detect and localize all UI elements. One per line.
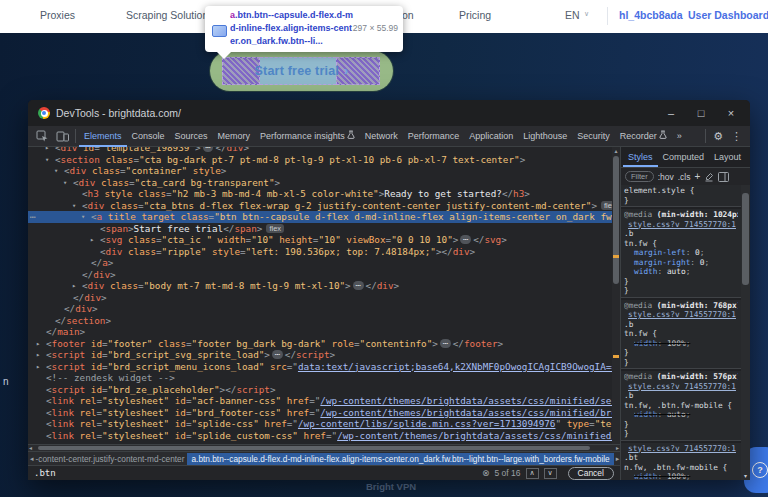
dom-tree-row[interactable]: <!-- zendesk widget --> (28, 372, 612, 384)
stylesheet-source-link-text[interactable]: style.css?v_714557770:1 (624, 382, 738, 392)
tab-performance[interactable]: Performance (403, 126, 465, 147)
breadcrumb-prev-icon[interactable]: ◂ (28, 455, 36, 463)
kebab-menu-icon[interactable]: ⋮ (727, 130, 746, 143)
tab-elements[interactable]: Elements (79, 126, 127, 147)
scrollbar-thumb[interactable] (613, 156, 619, 284)
css-property-line[interactable]: margin-right: 0; (624, 258, 738, 268)
toggle-pseudo-state-button[interactable]: :hov (658, 172, 674, 182)
clear-search-icon[interactable]: ⊗ (482, 468, 490, 478)
dom-tree-row[interactable]: <script id="brd_ze_placeholder"></script… (28, 384, 612, 396)
row-overflow-ellipsis-icon[interactable]: ⋯ (30, 212, 35, 224)
stylesheet-source-link[interactable]: style.css?v_714557770:1 (624, 220, 738, 230)
scroll-up-arrow-icon[interactable]: ▴ (612, 147, 620, 154)
dom-tree-row[interactable]: <link rel="stylesheet" id="acf-banner-cs… (28, 395, 612, 407)
cancel-search-button[interactable]: Cancel (568, 467, 614, 480)
collapsed-content-ellipsis[interactable]: ⋯ (203, 147, 214, 152)
dom-tree-row[interactable]: ▾<div class="container" style> (28, 165, 612, 177)
collapsed-content-ellipsis[interactable]: ⋯ (460, 235, 471, 244)
stylesheet-source-link[interactable]: style.css?v_714557770:1 (624, 310, 738, 320)
dom-tree-row[interactable]: ▾<a title target class="btn btn--capsule… (28, 211, 612, 223)
dom-tree-row[interactable]: <h3 style class="h2 mb-3 mb-md-4 mb-xl-5… (28, 188, 612, 200)
settings-gear-icon[interactable]: ⚙ (709, 130, 727, 143)
dom-tree-row[interactable]: </a> (28, 257, 612, 269)
dom-tree-row[interactable]: ▸<footer id="footer" class="footer bg_da… (28, 338, 612, 350)
css-property-line[interactable]: margin-left: 0; (624, 248, 738, 258)
start-free-trial-button[interactable]: Start free trial › (210, 51, 393, 91)
nav-item-pricing[interactable]: Pricing (459, 9, 491, 21)
brush-icon[interactable] (704, 172, 714, 182)
css-property-line[interactable]: width: auto; (624, 267, 738, 277)
elements-vertical-scrollbar[interactable]: ▴ (612, 147, 620, 444)
sidebar-tab-styles[interactable]: Styles (623, 148, 658, 167)
scroll-left-arrow-icon[interactable]: ◂ (29, 444, 32, 451)
scrollbar-thumb[interactable] (742, 193, 749, 285)
tab-security[interactable]: Security (572, 126, 615, 147)
collapsed-content-ellipsis[interactable]: ⋯ (353, 281, 364, 290)
inspect-element-icon[interactable] (32, 126, 52, 147)
devtools-titlebar[interactable]: DevTools - brightdata.com/ –□× (28, 100, 750, 126)
css-rule-block[interactable]: @media (min-width: 768px) {style.css?v_7… (621, 300, 741, 370)
next-match-button[interactable]: ∨ (544, 468, 557, 479)
tab-lighthouse[interactable]: Lighthouse (518, 126, 572, 147)
stylesheet-source-link-text[interactable]: style.css?v_714557770:1 (624, 444, 738, 454)
tab-memory[interactable]: Memory (213, 126, 256, 147)
css-property-line[interactable]: width: 100%; (624, 339, 738, 349)
dom-tree-row[interactable]: ▸<svg class="cta_ic " width="10" height=… (28, 234, 612, 246)
dom-tree-row[interactable]: <div class="ripple" style="left: 190.536… (28, 246, 612, 258)
stylesheet-source-link-text[interactable]: style.css?v_714557770:1 (624, 310, 738, 320)
toggle-class-button[interactable]: .cls (678, 172, 691, 182)
computed-panel-icon[interactable] (718, 172, 729, 182)
search-input[interactable]: .btn (34, 468, 477, 478)
tab-sources[interactable]: Sources (170, 126, 213, 147)
collapsed-content-ellipsis[interactable]: ⋯ (440, 339, 451, 348)
nav-item-proxies[interactable]: Proxies (40, 9, 75, 21)
tab-recorder[interactable]: Recorder (615, 126, 672, 147)
css-rule-block[interactable]: @media (min-width: 576px) {style.css?v_7… (621, 371, 741, 441)
dom-tree-row[interactable]: </div> (28, 303, 612, 315)
scrollbar-thumb[interactable] (38, 446, 590, 450)
user-dashboard-link[interactable]: User Dashboard (688, 9, 768, 21)
more-tabs-button[interactable]: » (672, 126, 687, 147)
css-rule-block[interactable]: style.css?v_714557770:1.btn.fw, .btn.fw-… (621, 443, 741, 481)
nav-item-scraping-solutions[interactable]: Scraping Solutions (126, 9, 214, 21)
dom-tree-row[interactable]: ▸<script id="brd_script_svg_sprite_load"… (28, 349, 612, 361)
dom-tree-row[interactable]: </section> (28, 315, 612, 327)
dom-tree-row[interactable]: <span>Start free trial</span>flex (28, 223, 612, 235)
dom-tree-row[interactable]: <link rel="stylesheet" id="splide_custom… (28, 430, 612, 442)
flex-badge[interactable]: flex (601, 201, 612, 211)
close-button[interactable]: × (716, 100, 746, 126)
sidebar-tab-layout[interactable]: Layout (709, 148, 746, 167)
scroll-right-arrow-icon[interactable]: ▸ (616, 444, 619, 451)
language-selector[interactable]: EN (565, 9, 580, 21)
styles-vertical-scrollbar[interactable]: ▾ (741, 185, 750, 480)
nav-item-on[interactable]: on (402, 9, 414, 21)
tab-network[interactable]: Network (360, 126, 403, 147)
sidebar-more-tabs-button[interactable]: » (746, 148, 750, 167)
scroll-down-arrow-icon[interactable]: ▾ (741, 472, 750, 479)
dom-tree-row[interactable]: </main> (28, 326, 612, 338)
dom-tree-row[interactable]: </div> (28, 292, 612, 304)
dom-tree-row[interactable]: ▾<section class="cta bg-dark pt-7 pt-md-… (28, 154, 612, 166)
stylesheet-source-link[interactable]: style.css?v_714557770:1 (624, 382, 738, 392)
styles-filter-input[interactable]: Filter (625, 171, 654, 182)
collapsed-content-ellipsis[interactable]: ⋯ (272, 350, 283, 359)
flex-badge[interactable]: flex (266, 224, 284, 234)
breadcrumb-selected-crumb[interactable]: a.btn.btn--capsule.d-flex.d-md-inline-fl… (187, 453, 613, 465)
dom-tree-row[interactable]: <link rel="stylesheet" id="brd_footer-cs… (28, 407, 612, 419)
css-rule-block[interactable]: element.style {} (621, 185, 741, 207)
tab-application[interactable]: Application (464, 126, 518, 147)
dom-tree-row[interactable]: ▾<div class="cta_btns d-flex flex-wrap g… (28, 200, 612, 212)
stylesheet-source-link[interactable]: style.css?v_714557770:1 (624, 444, 738, 454)
css-rule-block[interactable]: @media (min-width: 1024px) {style.css?v_… (621, 209, 741, 298)
tab-console[interactable]: Console (127, 126, 170, 147)
account-link[interactable]: hl_4bcb8ada (619, 9, 683, 21)
previous-match-button[interactable]: ∧ (526, 468, 539, 479)
css-property-line[interactable]: width: 100%; (624, 472, 738, 480)
sidebar-tab-computed[interactable]: Computed (658, 148, 710, 167)
dom-tree-row[interactable]: ▸<div class="body mt-7 mt-md-8 mt-lg-9 m… (28, 280, 612, 292)
elements-horizontal-scrollbar[interactable]: ◂ ▸ (28, 444, 620, 451)
dom-tree-row[interactable]: </div> (28, 269, 612, 281)
device-toolbar-icon[interactable] (52, 126, 72, 147)
dom-tree-row[interactable]: ▸<script id="brd_script_menu_icons_load"… (28, 361, 612, 373)
stylesheet-source-link-text[interactable]: style.css?v_714557770:1 (624, 220, 738, 230)
